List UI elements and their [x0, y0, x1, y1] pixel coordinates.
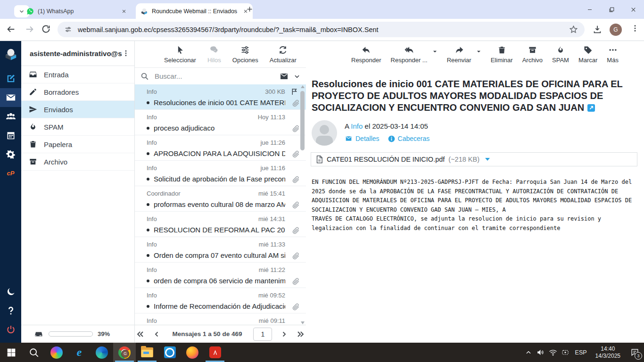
back-icon[interactable] — [6, 24, 16, 34]
message-subject: proceso adjudicaco — [154, 124, 215, 132]
taskbar-chrome-button[interactable]: G — [113, 343, 136, 362]
search-input[interactable] — [154, 72, 274, 81]
first-page-icon[interactable] — [136, 329, 145, 339]
details-link[interactable]: Detalles — [345, 135, 380, 142]
more-button[interactable]: Más — [607, 45, 619, 64]
new-tab-button[interactable] — [246, 6, 253, 13]
mail-nav-icon[interactable] — [0, 88, 21, 107]
archive-icon — [528, 45, 537, 55]
start-button[interactable] — [0, 343, 23, 362]
logout-power-icon[interactable] — [0, 320, 21, 339]
list-item[interactable]: Info mié 09:11 — [135, 313, 306, 325]
cpanel-icon[interactable]: cP — [0, 164, 21, 182]
reply-button[interactable]: Responder — [351, 45, 381, 64]
reply-all-menu-caret[interactable] — [432, 49, 438, 54]
browser-menu-icon[interactable] — [631, 24, 639, 33]
attachment-row[interactable]: CATE01 RESOLUCIÓN DE INICIO.pdf (~218 KB… — [311, 152, 637, 166]
flag-icon[interactable] — [290, 88, 298, 96]
list-item[interactable]: Info mié 14:31 RESOLUCION DE REFORMA AL … — [135, 212, 306, 237]
site-info-icon[interactable] — [64, 25, 72, 33]
options-button[interactable]: Opciones — [232, 45, 258, 64]
open-in-new-window-icon[interactable] — [587, 104, 595, 112]
bookmark-star-icon[interactable] — [569, 25, 578, 34]
sidebar-item-papelera[interactable]: Papelera — [21, 136, 134, 153]
forward-menu-caret[interactable] — [476, 49, 481, 54]
page-number-input[interactable] — [253, 328, 272, 341]
volume-icon[interactable] — [535, 343, 547, 362]
wifi-icon[interactable] — [547, 343, 559, 362]
taskbar-ie-button[interactable]: e — [68, 343, 91, 362]
select-button[interactable]: Seleccionar — [164, 45, 196, 64]
search-scope-chevron-icon[interactable] — [294, 73, 300, 80]
search-scope-envelope-icon[interactable] — [279, 72, 289, 81]
keyboard-language[interactable]: ESP — [571, 349, 591, 356]
folder-sidebar: asistente-administrativo@sa... Entrada B… — [21, 41, 134, 325]
list-item[interactable]: Info jue 11:16 Solicitud de aprobación d… — [135, 161, 306, 186]
sidebar-item-entrada[interactable]: Entrada — [21, 66, 134, 83]
minimize-button[interactable] — [579, 0, 601, 19]
attachment-menu-caret[interactable] — [485, 158, 490, 161]
compose-icon[interactable] — [0, 69, 21, 88]
tab-roundcube[interactable]: Roundcube Webmail :: Enviados — [136, 3, 253, 19]
tray-expand-icon[interactable] — [522, 343, 535, 362]
profile-avatar[interactable]: G — [610, 24, 622, 36]
close-tab-icon[interactable] — [122, 9, 126, 14]
dark-mode-moon-icon[interactable] — [0, 282, 21, 301]
sidebar-item-spam[interactable]: SPAM — [21, 118, 134, 136]
list-item[interactable]: Info mié 11:22 orden de compra 06 servic… — [135, 263, 306, 288]
reply-icon — [361, 45, 372, 55]
list-item[interactable]: Info 300 KB Resoluciones de inicio 001 C… — [135, 84, 306, 110]
spam-button[interactable]: SPAM — [552, 45, 569, 64]
refresh-button[interactable]: Actualizar — [270, 45, 297, 64]
taskbar-acrobat-button[interactable] — [204, 343, 226, 362]
last-page-icon[interactable] — [296, 329, 305, 339]
contacts-icon[interactable] — [0, 107, 21, 126]
tab-whatsapp[interactable]: (1) WhatsApp — [22, 3, 131, 19]
taskbar-edge-button[interactable] — [91, 343, 113, 362]
scroll-down-icon[interactable] — [301, 321, 305, 324]
account-header: asistente-administrativo@sa... — [21, 41, 134, 66]
help-icon[interactable] — [0, 301, 21, 320]
list-item[interactable]: Info Hoy 11:13 proceso adjudicaco — [135, 110, 306, 135]
taskbar-search-button[interactable] — [23, 343, 45, 362]
reload-icon[interactable] — [41, 24, 51, 34]
url-bar[interactable]: webmail.sanjuan.gob.ec/cpsess3265394567/… — [58, 22, 585, 37]
mark-button[interactable]: Marcar — [578, 45, 597, 64]
forward-icon[interactable] — [25, 24, 35, 34]
taskbar-outlook-button[interactable] — [158, 343, 181, 362]
headers-link[interactable]: Cabeceras — [388, 135, 430, 142]
close-window-button[interactable] — [622, 0, 644, 19]
reply-all-button[interactable]: Responder ... — [391, 45, 428, 64]
attachment-name[interactable]: CATE01 RESOLUCIÓN DE INICIO.pdf — [327, 156, 445, 163]
scroll-up-icon[interactable] — [301, 85, 305, 88]
list-item[interactable]: Info mié 09:52 Informe de Recomendación … — [135, 288, 306, 313]
scrollbar-thumb[interactable] — [300, 91, 305, 150]
notification-center-button[interactable]: 3 — [625, 343, 644, 362]
list-scrollbar[interactable] — [300, 85, 305, 324]
prev-page-icon[interactable] — [153, 330, 161, 338]
account-menu-icon[interactable] — [122, 49, 130, 57]
next-page-icon[interactable] — [280, 330, 288, 338]
taskbar-copilot-button[interactable] — [45, 343, 68, 362]
list-item[interactable]: Info mié 11:33 Orden de compra 07 evento… — [135, 237, 306, 263]
url-text[interactable]: webmail.sanjuan.gob.ec/cpsess3265394567/… — [78, 26, 563, 33]
meet-now-icon[interactable] — [559, 343, 571, 362]
calendar-icon[interactable] — [0, 126, 21, 145]
sidebar-item-enviados[interactable]: Enviados — [21, 101, 134, 118]
forward-button[interactable]: Reenviar — [447, 45, 471, 64]
threads-button[interactable]: Hilos — [207, 45, 221, 64]
taskbar-firefox-button[interactable] — [181, 343, 204, 362]
sidebar-item-borradores[interactable]: Borradores — [21, 83, 134, 101]
download-icon[interactable] — [592, 24, 603, 34]
sidebar-item-archivo[interactable]: Archivo — [21, 153, 134, 171]
clock[interactable]: 14:4014/3/2025 — [591, 346, 625, 360]
list-item[interactable]: Coordinador mié 15:41 proformas evento c… — [135, 186, 306, 212]
taskbar-explorer-button[interactable] — [136, 343, 158, 362]
archive-button[interactable]: Archivo — [522, 45, 543, 64]
list-item[interactable]: Info jue 11:26 APROBACION PARA LA ADQUIS… — [135, 135, 306, 161]
recipient-link[interactable]: Info — [351, 122, 363, 130]
message-date: 300 KB — [265, 88, 285, 95]
settings-gear-icon[interactable] — [0, 145, 21, 164]
delete-button[interactable]: Eliminar — [491, 45, 513, 64]
restore-button[interactable] — [601, 0, 622, 19]
